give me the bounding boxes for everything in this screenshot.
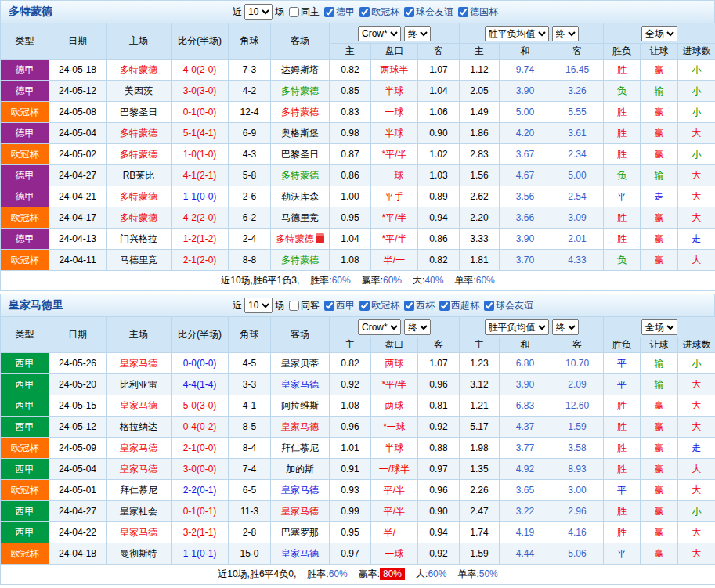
avg-away-cell: 2.96 [551,501,604,522]
avg-home-cell: 3.12 [460,374,500,395]
goals-cell: 小 [678,60,715,81]
score-cell: 5-0(3-0) [172,395,229,417]
home-team: 曼彻斯特 [107,543,172,565]
home-odds-cell: 0.91 [330,459,371,480]
handicap-result-cell: 走 [641,186,678,207]
league-filter: 德甲 [324,5,355,19]
league-badge: 欧冠杯 [1,480,49,501]
corner-cell: 8-8 [229,250,271,271]
league-filter-checkbox[interactable] [458,7,468,17]
handicap-cell: *平/半 [371,207,418,229]
result-cell: 胜 [604,417,641,438]
match-count-select[interactable]: 10 [244,298,273,313]
home-team: 皇家马德 [107,353,172,374]
col-goals: 进球数 [678,337,715,353]
col-away: 客场 [271,317,330,353]
league-filter-checkbox[interactable] [439,301,450,311]
away-odds-cell: 1.07 [418,60,460,81]
handicap-cell: 半球 [371,123,418,144]
avg-away-cell: 3.09 [551,207,604,229]
corner-cell: 6-2 [229,207,271,229]
score-cell: 2-1(0-0) [172,438,229,459]
bookmaker-select[interactable]: Crow* [358,319,401,335]
bookmaker-stage-select[interactable]: 终 [404,26,431,41]
home-team: 拜仁慕尼 [107,480,172,501]
goals-cell: 小 [678,353,715,374]
bookmaker-select[interactable]: Crow* [358,26,401,41]
home-team: 多特蒙德 [107,123,172,144]
league-filter-label: 球会友谊 [496,299,533,312]
league-filter-checkbox[interactable] [359,7,370,17]
handicap-cell: *平/半 [371,374,418,395]
league-filter-label: 德甲 [336,5,355,19]
date-cell: 24-04-13 [49,229,107,250]
summary-row: 近10场,胜6平4负0,胜率:60%赢率:80%大:60%单率:50% [1,565,715,585]
league-filter-checkbox[interactable] [324,301,334,311]
home-team: 多特蒙德 [107,144,172,165]
home-odds-cell: 0.99 [330,501,371,522]
league-badge: 西甲 [1,395,49,417]
league-filter-checkbox[interactable] [404,7,414,17]
scope-header-cell: 全场 [604,23,715,44]
result-cell: 平 [604,374,641,395]
away-odds-cell: 0.81 [418,395,460,417]
league-badge: 西甲 [1,374,49,395]
avg-select[interactable]: 胜平负均值 [485,319,549,335]
red-packet-icon[interactable] [316,233,324,243]
goals-cell: 大 [678,459,715,480]
summary-stat-label: 单率: [457,568,478,579]
league-filter: 欧冠杯 [359,5,399,19]
col-handicap: 盘口 [371,337,418,353]
avg-home-cell: 2.05 [460,81,500,102]
away-odds-cell: 0.90 [418,123,460,144]
col-odds-home: 主 [330,337,371,353]
away-team-cell: 拜仁慕尼 [271,438,330,459]
goals-cell: 大 [678,250,715,271]
summary-prefix: 近10场,胜6平1负3, [221,275,299,286]
handicap-result-cell: 赢 [641,501,678,522]
away-team: 多特蒙德 [281,254,319,265]
match-row: 欧冠杯24-04-18曼彻斯特1-1(0-1)15-0皇家马德0.97一球0.9… [1,543,715,565]
col-result: 胜负 [604,337,641,353]
avg-home-cell: 1.59 [460,543,500,565]
away-team-cell: 巴黎圣日 [271,144,330,165]
avg-draw-cell: 3.77 [500,438,551,459]
away-odds-cell: 0.89 [418,186,460,207]
home-odds-cell: 1.01 [330,438,371,459]
summary-stat-label: 赢率: [359,568,380,579]
away-team: 皇家马德 [281,421,319,432]
avg-draw-cell: 3.65 [500,480,551,501]
result-cell: 平 [604,186,641,207]
league-filter-checkbox[interactable] [404,301,414,311]
handicap-result-cell: 赢 [641,417,678,438]
summary-stat-value: 80% [380,568,405,580]
venue-filter-checkbox[interactable] [289,301,299,311]
handicap-result-cell: 赢 [641,480,678,501]
score-cell: 4-2(2-0) [172,207,229,229]
league-filter-checkbox[interactable] [359,301,370,311]
col-avg-draw: 和 [500,337,551,353]
summary-stat-label: 单率: [454,275,475,286]
date-cell: 24-05-20 [49,374,107,395]
result-cell: 胜 [604,123,641,144]
league-filter: 球会友谊 [404,5,453,19]
avg-stage-select[interactable]: 终 [552,319,579,335]
match-count-select[interactable]: 10 [244,4,273,20]
avg-stage-select[interactable]: 终 [552,26,579,41]
league-filter-checkbox[interactable] [324,7,334,17]
avg-away-cell: 5.00 [551,165,604,186]
date-cell: 24-05-12 [49,417,107,438]
scope-select[interactable]: 全场 [641,26,677,41]
bookmaker-stage-select[interactable]: 终 [404,319,431,335]
home-odds-cell: 0.92 [330,374,371,395]
handicap-cell: 半球 [371,438,418,459]
league-filter-checkbox[interactable] [484,301,494,311]
match-row: 欧冠杯24-05-01拜仁慕尼2-2(0-1)6-5皇家马德0.93平/半0.9… [1,480,715,501]
away-odds-cell: 0.94 [418,522,460,543]
date-cell: 24-04-27 [49,165,107,186]
scope-select[interactable]: 全场 [641,319,677,335]
avg-away-cell: 2.54 [551,186,604,207]
venue-filter-checkbox[interactable] [289,7,299,17]
avg-select[interactable]: 胜平负均值 [485,26,549,41]
league-filter: 德国杯 [458,5,498,19]
